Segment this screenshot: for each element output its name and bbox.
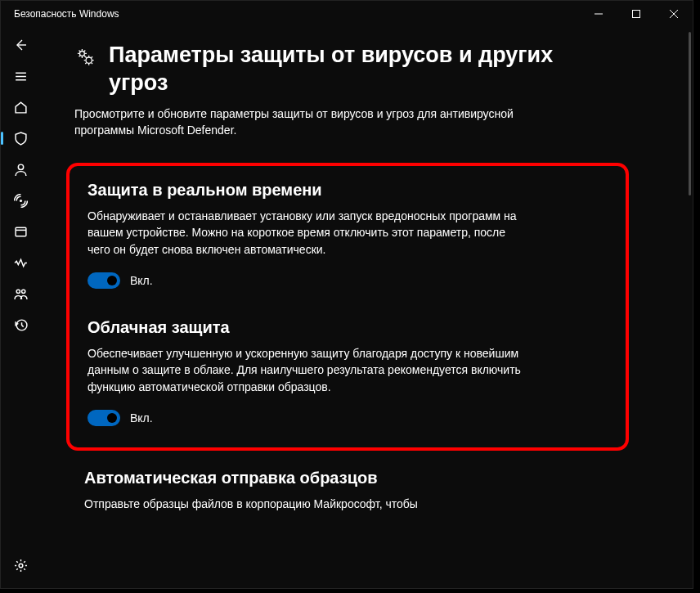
svg-point-9 (19, 199, 21, 201)
svg-point-16 (79, 51, 84, 56)
nav-settings[interactable] (4, 550, 37, 580)
highlighted-region: Защита в реальном времени Обнаруживает и… (66, 163, 629, 451)
section-desc-realtime: Обнаруживает и останавливает установку и… (88, 208, 529, 258)
titlebar: Безопасность Windows (1, 1, 693, 27)
close-button[interactable] (655, 1, 693, 27)
page-title: Параметры защиты от вирусов и других угр… (109, 42, 567, 97)
toggle-realtime[interactable] (88, 272, 120, 289)
toggle-label-realtime: Вкл. (130, 274, 153, 287)
svg-point-13 (21, 290, 25, 293)
window-controls (580, 1, 693, 27)
section-desc-cloud: Обеспечивает улучшенную и ускоренную защ… (88, 345, 529, 395)
svg-point-17 (86, 57, 92, 63)
app-window: Безопасность Windows (0, 0, 693, 589)
menu-button[interactable] (4, 61, 37, 91)
page-header: Параметры защиты от вирусов и других угр… (74, 42, 662, 97)
maximize-button[interactable] (617, 1, 655, 27)
toggle-cloud[interactable] (88, 410, 120, 426)
nav-app-browser[interactable] (4, 217, 37, 246)
toggle-label-cloud: Вкл. (130, 411, 153, 425)
sidebar (1, 27, 40, 588)
section-sample: Автоматическая отправка образцов Отправь… (74, 469, 662, 512)
svg-point-8 (18, 164, 23, 169)
nav-family[interactable] (4, 279, 37, 308)
section-title-realtime: Защита в реальном времени (88, 181, 608, 200)
svg-rect-1 (633, 11, 640, 18)
section-cloud: Облачная защита Обеспечивает улучшенную … (88, 318, 608, 426)
page-subtitle: Просмотрите и обновите параметры защиты … (74, 106, 532, 139)
back-button[interactable] (4, 30, 37, 60)
body-area: Параметры защиты от вирусов и других угр… (1, 27, 693, 588)
svg-point-15 (19, 564, 23, 568)
nav-device-security[interactable] (4, 248, 37, 277)
nav-account-protection[interactable] (4, 155, 37, 184)
nav-home[interactable] (4, 92, 37, 122)
nav-history[interactable] (4, 310, 37, 339)
section-title-sample: Автоматическая отправка образцов (84, 469, 644, 487)
virus-settings-icon (74, 42, 97, 66)
nav-virus-protection[interactable] (4, 124, 37, 153)
section-realtime: Защита в реальном времени Обнаруживает и… (88, 181, 608, 289)
section-desc-sample: Отправьте образцы файлов в корпорацию Ма… (84, 496, 526, 512)
window-title: Безопасность Windows (14, 8, 119, 20)
content-area: Параметры защиты от вирусов и других угр… (40, 27, 693, 588)
minimize-button[interactable] (580, 1, 617, 27)
section-title-cloud: Облачная защита (88, 318, 608, 337)
scrollbar[interactable] (689, 32, 691, 195)
svg-rect-10 (16, 227, 26, 236)
nav-firewall[interactable] (4, 186, 37, 215)
svg-point-12 (16, 290, 20, 293)
